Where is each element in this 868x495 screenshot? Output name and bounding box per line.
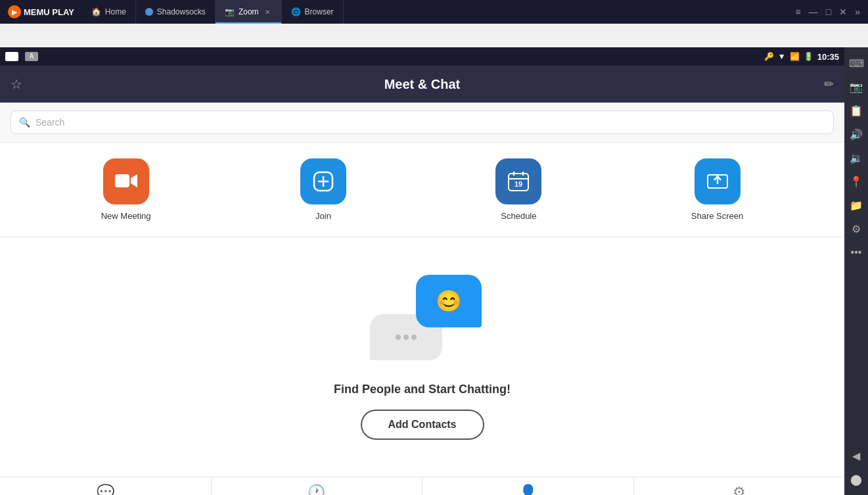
- dot-1: [396, 335, 401, 340]
- sidebar-more-icon[interactable]: •••: [846, 242, 867, 263]
- tab-zoom-label: Zoom: [239, 7, 259, 16]
- add-contacts-button[interactable]: Add Contacts: [361, 410, 484, 440]
- smiley-icon: 😊: [436, 289, 462, 314]
- sidebar-keyboard-icon[interactable]: ⌨: [846, 53, 867, 74]
- nav-meetings[interactable]: 🕐 Meetings: [212, 477, 423, 495]
- key-icon: 🔑: [764, 52, 774, 61]
- sidebar-settings-icon[interactable]: ⚙: [846, 218, 867, 239]
- nav-meet-chat[interactable]: 💬 Meet & Chat: [0, 477, 212, 495]
- system-bar-right: 🔑 ▼ 📶 🔋 10:35: [764, 52, 839, 62]
- wifi-icon: ▼: [778, 52, 786, 61]
- edit-icon[interactable]: ✏: [824, 77, 834, 91]
- maximize-icon[interactable]: □: [826, 7, 831, 17]
- meet-chat-icon: 💬: [97, 484, 114, 496]
- tab-shadowsocks[interactable]: Shadowsocks: [136, 0, 216, 24]
- sidebar-files-icon[interactable]: 📁: [846, 195, 867, 216]
- settings-icon: ⚙: [733, 484, 746, 496]
- new-meeting-label: New Meeting: [101, 211, 151, 221]
- sidebar-volume-down-icon[interactable]: 🔉: [846, 147, 867, 168]
- browser-favicon: 🌐: [291, 7, 301, 16]
- shadowsocks-favicon: [145, 8, 153, 16]
- actions-row: New Meeting Join: [0, 143, 844, 237]
- content-area: 😊 Find People and Start Chatting! Add Co…: [0, 237, 844, 477]
- share-screen-action[interactable]: Share Screen: [691, 158, 744, 221]
- bottom-nav: 💬 Meet & Chat 🕐 Meetings 👤 Contacts ⚙ Se…: [0, 477, 844, 495]
- nav-contacts[interactable]: 👤 Contacts: [423, 477, 634, 495]
- search-input[interactable]: [35, 117, 825, 128]
- share-screen-button[interactable]: [695, 158, 741, 204]
- contacts-icon: 👤: [519, 484, 537, 496]
- search-container: 🔍: [0, 103, 844, 143]
- logo-text: MEMU PLAY: [24, 7, 74, 17]
- bubble-blue: 😊: [416, 275, 482, 327]
- system-time: 10:35: [817, 52, 839, 62]
- schedule-label: Schedule: [501, 211, 536, 221]
- sidebar-volume-up-icon[interactable]: 🔊: [846, 124, 867, 145]
- tab-browser-label: Browser: [305, 7, 334, 16]
- dot-3: [411, 335, 417, 340]
- chat-illustration: 😊: [363, 275, 482, 367]
- tab-browser[interactable]: 🌐 Browser: [282, 0, 344, 24]
- title-bar: ▶ MEMU PLAY 🏠 Home Shadowsocks 📷 Zoom ✕ …: [0, 0, 868, 24]
- menu-icon[interactable]: ≡: [796, 7, 801, 17]
- minimize-icon[interactable]: —: [809, 7, 818, 17]
- signal-icon: 📶: [790, 52, 800, 61]
- tabs-area: 🏠 Home Shadowsocks 📷 Zoom ✕ 🌐 Browser: [82, 0, 788, 24]
- tab-home-label: Home: [105, 7, 126, 16]
- system-bar: A 🔑 ▼ 📶 🔋 10:35: [0, 47, 844, 66]
- schedule-action[interactable]: 19 Schedule: [495, 158, 541, 221]
- share-screen-label: Share Screen: [691, 211, 744, 221]
- new-meeting-button[interactable]: [103, 158, 149, 204]
- favorite-icon[interactable]: ☆: [11, 76, 22, 92]
- logo-icon: ▶: [8, 5, 21, 18]
- svg-rect-0: [115, 174, 129, 187]
- schedule-button[interactable]: 19: [495, 158, 541, 204]
- join-label: Join: [315, 211, 331, 221]
- sidebar-copy-icon[interactable]: 📋: [846, 100, 867, 121]
- right-sidebar: ⌨ 📷 📋 🔊 🔉 📍 📁 ⚙ ••• ◀ ⬤ ⬜: [844, 47, 868, 495]
- tab-zoom-close[interactable]: ✕: [263, 7, 272, 16]
- app-title: Meet & Chat: [384, 77, 461, 92]
- empty-state-title: Find People and Start Chatting!: [334, 383, 511, 396]
- tab-home[interactable]: 🏠 Home: [82, 0, 136, 24]
- sidebar-back-icon[interactable]: ◀: [846, 445, 867, 466]
- svg-text:19: 19: [514, 180, 522, 188]
- search-box[interactable]: 🔍: [11, 110, 834, 134]
- search-icon: 🔍: [19, 117, 30, 128]
- sidebar-recents-icon[interactable]: ⬜: [846, 492, 867, 495]
- collapse-icon[interactable]: »: [855, 7, 860, 17]
- zoom-favicon: 📷: [225, 7, 235, 16]
- svg-marker-1: [131, 174, 137, 187]
- home-favicon: 🏠: [91, 7, 101, 16]
- tab-shadowsocks-label: Shadowsocks: [157, 7, 206, 16]
- app-header: ☆ Meet & Chat ✏: [0, 66, 844, 103]
- sidebar-screenshot-icon[interactable]: 📷: [846, 76, 867, 97]
- tab-zoom[interactable]: 📷 Zoom ✕: [216, 0, 282, 24]
- app-container: A 🔑 ▼ 📶 🔋 10:35 ☆ Meet & Chat ✏ 🔍: [0, 47, 844, 495]
- battery-icon: 🔋: [804, 52, 813, 61]
- sidebar-home-icon[interactable]: ⬤: [846, 469, 867, 490]
- app-logo: ▶ MEMU PLAY: [0, 5, 82, 18]
- system-bar-left: A: [5, 52, 38, 61]
- join-button[interactable]: [300, 158, 346, 204]
- close-icon[interactable]: ✕: [839, 7, 847, 17]
- meetings-icon: 🕐: [308, 484, 325, 496]
- sidebar-location-icon[interactable]: 📍: [846, 171, 867, 192]
- nav-settings[interactable]: ⚙ Settings: [634, 477, 845, 495]
- new-meeting-action[interactable]: New Meeting: [101, 158, 151, 221]
- dot-2: [403, 335, 409, 340]
- join-action[interactable]: Join: [300, 158, 346, 221]
